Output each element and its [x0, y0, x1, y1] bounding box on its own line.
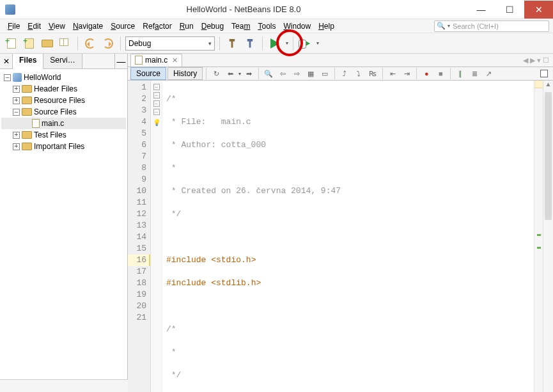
- undo-button[interactable]: [82, 36, 98, 51]
- fold-gutter[interactable]: – – – –💡: [151, 81, 162, 392]
- new-file-button[interactable]: [4, 36, 19, 51]
- tab-files[interactable]: Files: [13, 54, 43, 69]
- tree-label: Important Files: [34, 142, 84, 151]
- nav-drop-icon[interactable]: ▾: [238, 71, 241, 77]
- toggle-rect-button[interactable]: ▭: [318, 67, 331, 80]
- folder-icon: [22, 143, 32, 150]
- minimize-button[interactable]: —: [467, 1, 495, 19]
- folder-icon: [22, 131, 32, 139]
- nav-back-button[interactable]: ⬅: [224, 67, 237, 80]
- menu-team[interactable]: Team: [228, 20, 254, 32]
- menu-debug[interactable]: Debug: [198, 20, 228, 32]
- maximize-button[interactable]: ☐: [495, 1, 524, 19]
- tree-folder-source[interactable]: – Source Files: [1, 106, 126, 118]
- toggle-bookmark-button[interactable]: ₨: [366, 67, 379, 80]
- find-sel-button[interactable]: 🔍: [262, 67, 275, 80]
- expander-icon[interactable]: +: [13, 143, 20, 150]
- open-project-button[interactable]: [40, 36, 55, 51]
- tree-folder-header[interactable]: + Header Files: [1, 83, 126, 95]
- tree-file-mainc[interactable]: main.c: [1, 118, 126, 129]
- shift-left-button[interactable]: ⇤: [386, 67, 399, 80]
- maximize-editor-icon[interactable]: ☐: [543, 56, 549, 65]
- redo-button[interactable]: [100, 36, 116, 51]
- panel-close-button[interactable]: ✕: [0, 54, 13, 68]
- file-icon: [32, 119, 40, 128]
- save-all-button[interactable]: [58, 36, 73, 51]
- find-prev-button[interactable]: ⇦: [276, 67, 289, 80]
- tree-project-root[interactable]: – HelloWorld: [1, 72, 126, 83]
- quick-search[interactable]: 🔍 ▾ Search (Ctrl+I): [434, 20, 549, 32]
- close-button[interactable]: ✕: [524, 1, 553, 19]
- goto-decl-button[interactable]: ↗: [482, 67, 495, 80]
- menu-window[interactable]: Window: [279, 20, 315, 32]
- tree-label: Header Files: [34, 84, 77, 93]
- code-editor[interactable]: 123456789101112131415161718192021 – – – …: [128, 81, 553, 392]
- expander-icon[interactable]: +: [13, 132, 20, 139]
- tree-folder-resource[interactable]: + Resource Files: [1, 95, 126, 106]
- folder-icon: [22, 97, 32, 104]
- menu-edit[interactable]: Edit: [24, 20, 45, 32]
- expander-icon[interactable]: +: [13, 86, 20, 93]
- expander-icon[interactable]: –: [13, 109, 20, 116]
- source-view-button[interactable]: Source: [130, 67, 166, 80]
- error-stripe[interactable]: [534, 81, 543, 392]
- run-dropdown-icon[interactable]: ▾: [286, 40, 288, 46]
- tree-label: Source Files: [34, 107, 77, 116]
- line-gutter: 123456789101112131415161718192021: [128, 81, 151, 392]
- tree-folder-important[interactable]: + Important Files: [1, 141, 126, 152]
- run-project-button[interactable]: [267, 36, 283, 51]
- prev-bookmark-button[interactable]: ⤴: [338, 67, 351, 80]
- dropdown-icon: ▾: [208, 40, 212, 47]
- projects-tabs: ✕ Files Servi… —: [0, 54, 127, 69]
- menu-refactor[interactable]: Refactor: [139, 20, 175, 32]
- nav-fwd-button[interactable]: ➡: [242, 67, 255, 80]
- editor-toolbar: Source History ↻ ⬅ ▾ ➡ 🔍 ⇦ ⇨ ▦ ▭ ⤴ ⤵ ₨ ⇤…: [128, 67, 553, 81]
- macro-stop-button[interactable]: ■: [434, 67, 447, 80]
- comment-button[interactable]: ∥: [454, 67, 467, 80]
- vertical-scrollbar[interactable]: ▲ ▼: [543, 81, 553, 392]
- file-icon: [135, 56, 143, 65]
- window-title: HelloWorld - NetBeans IDE 8.0: [20, 4, 467, 14]
- menu-view[interactable]: View: [45, 20, 69, 32]
- toggle-highlight-button[interactable]: ▦: [304, 67, 317, 80]
- build-button[interactable]: [224, 36, 240, 51]
- panel-minimize-button[interactable]: —: [114, 54, 127, 68]
- debug-dropdown-icon[interactable]: ▾: [316, 40, 319, 46]
- debug-project-button[interactable]: [298, 36, 313, 51]
- project-tree[interactable]: – HelloWorld + Header Files + Resource F…: [0, 69, 127, 379]
- history-view-button[interactable]: History: [167, 67, 203, 80]
- tab-close-icon[interactable]: ✕: [172, 56, 178, 65]
- nav-fwd-icon[interactable]: ▶: [530, 56, 535, 65]
- projects-panel: ✕ Files Servi… — – HelloWorld + Header F…: [0, 54, 128, 379]
- expander-icon[interactable]: –: [4, 74, 11, 81]
- tree-folder-test[interactable]: + Test Files: [1, 129, 126, 141]
- editor-area: main.c ✕ ◀ ▶ ▾ ☐ Source History ↻ ⬅ ▾ ➡ …: [128, 54, 553, 379]
- last-edit-button[interactable]: ↻: [210, 67, 222, 80]
- menu-source[interactable]: Source: [107, 20, 139, 32]
- next-bookmark-button[interactable]: ⤵: [352, 67, 365, 80]
- menu-help[interactable]: Help: [315, 20, 338, 32]
- fullscreen-editor-button[interactable]: [538, 67, 550, 80]
- uncomment-button[interactable]: ≣: [468, 67, 481, 80]
- shift-right-button[interactable]: ⇥: [400, 67, 413, 80]
- tree-label: Resource Files: [34, 96, 85, 105]
- find-next-button[interactable]: ⇨: [290, 67, 303, 80]
- menu-navigate[interactable]: Navigate: [69, 20, 107, 32]
- clean-build-button[interactable]: [242, 36, 258, 51]
- tab-services[interactable]: Servi…: [43, 54, 82, 68]
- tree-label: HelloWorld: [24, 73, 61, 82]
- menu-run[interactable]: Run: [176, 20, 198, 32]
- nav-dropdown-icon[interactable]: ▾: [537, 56, 541, 65]
- build-config-select[interactable]: Debug ▾: [125, 36, 215, 51]
- app-icon: [5, 4, 15, 15]
- nav-back-icon[interactable]: ◀: [523, 56, 528, 65]
- new-project-button[interactable]: [22, 36, 37, 51]
- menu-tools[interactable]: Tools: [254, 20, 279, 32]
- title-bar: HelloWorld - NetBeans IDE 8.0 — ☐ ✕: [0, 0, 553, 19]
- code-content[interactable]: /* * File: main.c * Author: cotta_000 * …: [162, 81, 534, 392]
- search-dropdown-icon: ▾: [448, 23, 450, 29]
- expander-icon[interactable]: +: [13, 97, 20, 104]
- macro-rec-button[interactable]: ●: [420, 67, 433, 80]
- menu-file[interactable]: File: [4, 20, 24, 32]
- editor-tab-mainc[interactable]: main.c ✕: [130, 54, 182, 67]
